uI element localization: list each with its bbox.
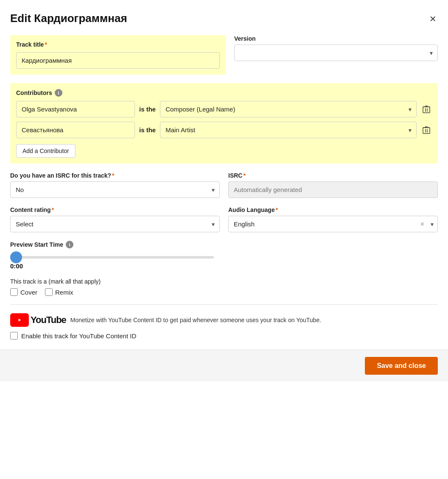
youtube-section: YouTube Monetize with YouTube Content ID… — [10, 313, 438, 340]
audio-language-wrapper: English × ▾ — [228, 216, 438, 232]
content-rating-select-wrapper: Select — [10, 216, 220, 232]
contributor-role-select-1[interactable]: Composer (Legal Name) — [160, 101, 417, 117]
content-audio-row: Content rating* Select Audio Language* E… — [10, 206, 438, 232]
remix-checkbox[interactable] — [45, 288, 53, 296]
youtube-checkbox-label[interactable]: Enable this track for YouTube Content ID — [21, 332, 136, 340]
audio-language-select[interactable]: English — [228, 216, 438, 232]
track-type-label: This track is a (mark all that apply) — [10, 278, 438, 285]
contributor-name-input-1[interactable] — [16, 101, 135, 117]
content-rating-select[interactable]: Select — [10, 216, 220, 232]
isrc-input — [228, 181, 438, 198]
track-type-section: This track is a (mark all that apply) Co… — [10, 278, 438, 296]
is-the-label-2: is the — [139, 126, 156, 134]
modal-footer: Save and close — [0, 350, 448, 382]
preview-start-time-section: Preview Start Time i 0:00 — [10, 241, 438, 270]
isrc-label: ISRC* — [228, 172, 438, 179]
track-title-label: Track title* — [16, 41, 220, 48]
content-rating-section: Content rating* Select — [10, 206, 220, 232]
title-version-row: Track title* Version — [10, 35, 438, 75]
youtube-logo: YouTube — [10, 313, 66, 327]
close-button[interactable]: × — [428, 13, 438, 24]
audio-language-section: Audio Language* English × ▾ — [228, 206, 438, 232]
contributors-label: Contributors i — [16, 89, 432, 97]
track-type-checkbox-row: Cover Remix — [10, 288, 438, 296]
track-title-input[interactable] — [16, 52, 220, 69]
cover-checkbox[interactable] — [10, 288, 18, 296]
version-label: Version — [234, 35, 438, 42]
youtube-icon — [10, 313, 29, 327]
youtube-text: YouTube — [31, 315, 66, 326]
contributor-name-input-2[interactable] — [16, 122, 135, 138]
youtube-description: Monetize with YouTube Content ID to get … — [70, 317, 321, 323]
edit-track-modal: Edit Кардиограммная × Track title* Versi… — [0, 0, 448, 479]
version-section: Version — [234, 35, 438, 75]
contributor-row: is the Composer (Legal Name) — [16, 101, 432, 117]
remix-checkbox-item[interactable]: Remix — [45, 288, 73, 296]
modal-header: Edit Кардиограммная × — [10, 12, 438, 25]
isrc-question-section: Do you have an ISRC for this track?* No … — [10, 172, 220, 198]
cover-checkbox-item[interactable]: Cover — [10, 288, 37, 296]
preview-start-time-label: Preview Start Time i — [10, 241, 438, 248]
preview-start-time-value: 0:00 — [10, 262, 438, 270]
remix-label: Remix — [55, 289, 73, 296]
contributor-role-select-2[interactable]: Main Artist — [160, 122, 417, 138]
svg-rect-1 — [423, 128, 430, 134]
isrc-question-select[interactable]: No Yes — [10, 181, 220, 198]
isrc-value-section: ISRC* — [228, 172, 438, 198]
isrc-question-select-wrapper: No Yes — [10, 181, 220, 198]
delete-contributor-button-1[interactable] — [421, 103, 432, 115]
audio-language-label: Audio Language* — [228, 206, 438, 213]
divider — [10, 304, 438, 305]
slider-wrapper — [10, 253, 438, 260]
svg-rect-0 — [423, 107, 430, 113]
contributor-role-wrapper-1: Composer (Legal Name) — [160, 101, 417, 117]
isrc-question-label: Do you have an ISRC for this track?* — [10, 172, 220, 179]
add-contributor-button[interactable]: Add a Contributor — [16, 144, 76, 158]
cover-label: Cover — [20, 289, 37, 296]
youtube-checkbox-row: Enable this track for YouTube Content ID — [10, 332, 136, 340]
contributors-section: Contributors i is the Composer (Legal Na… — [10, 83, 438, 164]
preview-start-time-slider[interactable] — [10, 256, 214, 259]
version-select-wrapper — [234, 45, 438, 61]
version-select[interactable] — [234, 45, 438, 61]
contributor-row: is the Main Artist — [16, 122, 432, 138]
youtube-content-id-checkbox[interactable] — [10, 332, 18, 340]
track-title-section: Track title* — [10, 35, 226, 75]
preview-start-time-info-icon: i — [66, 241, 73, 248]
isrc-row: Do you have an ISRC for this track?* No … — [10, 172, 438, 198]
audio-language-clear-button[interactable]: × — [420, 220, 424, 228]
save-close-button[interactable]: Save and close — [365, 357, 438, 375]
delete-contributor-button-2[interactable] — [421, 124, 432, 136]
contributors-info-icon: i — [55, 89, 62, 97]
modal-title: Edit Кардиограммная — [10, 12, 127, 25]
contributor-role-wrapper-2: Main Artist — [160, 122, 417, 138]
youtube-header: YouTube Monetize with YouTube Content ID… — [10, 313, 321, 327]
is-the-label-1: is the — [139, 106, 156, 113]
content-rating-label: Content rating* — [10, 206, 220, 213]
